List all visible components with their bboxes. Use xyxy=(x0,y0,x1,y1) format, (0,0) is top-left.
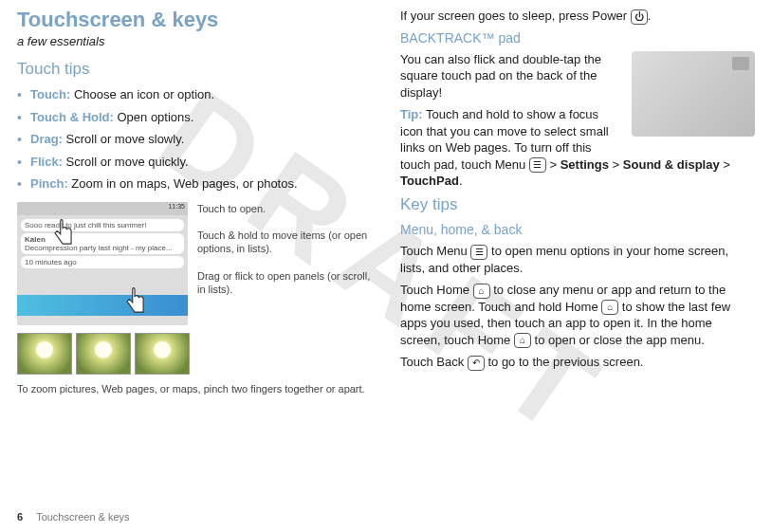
list-item: Touch: Choose an icon or option. xyxy=(17,86,372,103)
right-column: If your screen goes to sleep, press Powe… xyxy=(400,8,755,395)
menu-paragraph: Touch Menu ☰ to open menu options in you… xyxy=(400,243,755,276)
feed-name: Kalen xyxy=(25,235,46,244)
phone-screenshot: 11:35 Sooo ready to just chill this summ… xyxy=(17,202,188,325)
list-item: Pinch: Zoom in on maps, Web pages, or ph… xyxy=(17,175,372,193)
tip-desc: Choose an icon or option. xyxy=(70,87,214,101)
section-backtrack: BACKTRACK™ pad xyxy=(400,30,755,46)
sleep-line: If your screen goes to sleep, press Powe… xyxy=(400,8,755,25)
touch-figure-row: 11:35 Sooo ready to just chill this summ… xyxy=(17,202,372,325)
page-footer: 6Touchscreen & keys xyxy=(17,511,130,523)
text: > xyxy=(546,157,561,172)
hand-drag-icon xyxy=(121,287,148,320)
pinch-caption: To zoom pictures, Web pages, or maps, pi… xyxy=(17,382,372,395)
home-icon: ⌂ xyxy=(514,333,531,348)
drag-band xyxy=(17,295,188,316)
touchpad-label: TouchPad xyxy=(400,174,459,188)
flower-thumb xyxy=(17,333,72,375)
footer-section: Touchscreen & keys xyxy=(36,511,129,523)
power-icon: ⏻ xyxy=(631,9,648,25)
backtrack-pad-image xyxy=(632,51,755,137)
tip-desc: Scroll or move slowly. xyxy=(63,132,184,146)
status-bar: 11:35 xyxy=(17,202,188,215)
menu-icon: ☰ xyxy=(470,245,487,260)
text: to open or close the app menu. xyxy=(531,333,705,347)
text: to go to the previous screen. xyxy=(485,355,644,369)
feed-line: 10 minutes ago xyxy=(21,256,184,268)
text: . xyxy=(459,174,463,188)
text: > xyxy=(720,157,730,172)
back-icon: ↶ xyxy=(468,356,485,371)
annotation-drag-flick: Drag or flick to open panels (or scroll,… xyxy=(197,269,372,297)
pinch-figure xyxy=(17,333,372,375)
tip-term: Pinch: xyxy=(30,176,68,191)
back-paragraph: Touch Back ↶ to go to the previous scree… xyxy=(400,354,755,371)
home-icon: ⌂ xyxy=(473,284,490,299)
page-title: Touchscreen & keys xyxy=(17,8,372,32)
tip-term: Drag: xyxy=(30,132,63,146)
tip-term: Flick: xyxy=(30,155,63,169)
section-key-tips: Key tips xyxy=(400,195,755,214)
text: Touch Back xyxy=(400,355,468,369)
text: Touch Home xyxy=(400,283,473,297)
tip-desc: Scroll or move quickly. xyxy=(63,155,189,169)
feed-line: Kalen Decompression party last night - m… xyxy=(21,233,184,254)
tip-desc: Open options. xyxy=(114,110,194,124)
feed-line: Sooo ready to just chill this summer! xyxy=(21,219,184,231)
home-icon: ⌂ xyxy=(601,300,618,315)
sound-display-label: Sound & display xyxy=(623,157,720,172)
tip-term: Touch & Hold: xyxy=(30,110,114,124)
left-column: Touchscreen & keys a few essentials Touc… xyxy=(17,8,372,395)
list-item: Touch & Hold: Open options. xyxy=(17,109,372,126)
tip-label: Tip: xyxy=(400,107,423,121)
tip-desc: Zoom in on maps, Web pages, or photos. xyxy=(68,176,298,191)
feed-body: Decompression party last night - my plac… xyxy=(25,244,173,252)
text: > xyxy=(609,157,623,172)
menu-icon: ☰ xyxy=(529,157,546,173)
text: . xyxy=(648,9,652,23)
touch-tips-list: Touch: Choose an icon or option. Touch &… xyxy=(17,86,372,193)
section-touch-tips: Touch tips xyxy=(17,60,372,79)
page-subtitle: a few essentials xyxy=(17,34,372,48)
annotation-touch-hold: Touch & hold to move items (or open opti… xyxy=(197,229,372,256)
hand-tap-icon xyxy=(49,219,76,251)
home-paragraph: Touch Home ⌂ to close any menu or app an… xyxy=(400,282,755,348)
flower-thumb xyxy=(76,333,131,375)
text: Touch Menu xyxy=(400,244,470,258)
settings-label: Settings xyxy=(561,157,609,172)
list-item: Flick: Scroll or move quickly. xyxy=(17,154,372,171)
list-item: Drag: Scroll or move slowly. xyxy=(17,131,372,148)
flower-thumb xyxy=(135,333,190,375)
text: If your screen goes to sleep, press Powe… xyxy=(400,9,631,23)
tip-term: Touch: xyxy=(30,87,70,101)
section-menu-home-back: Menu, home, & back xyxy=(400,222,755,237)
page-number: 6 xyxy=(17,511,23,523)
annotation-touch-open: Touch to open. xyxy=(197,202,372,215)
